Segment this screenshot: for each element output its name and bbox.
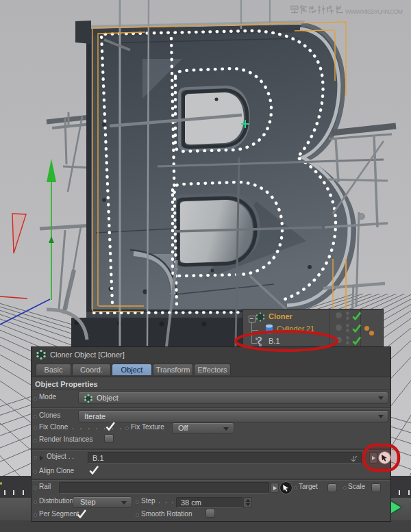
svg-text:WWW.MISSYUAN.COM: WWW.MISSYUAN.COM bbox=[345, 8, 403, 15]
